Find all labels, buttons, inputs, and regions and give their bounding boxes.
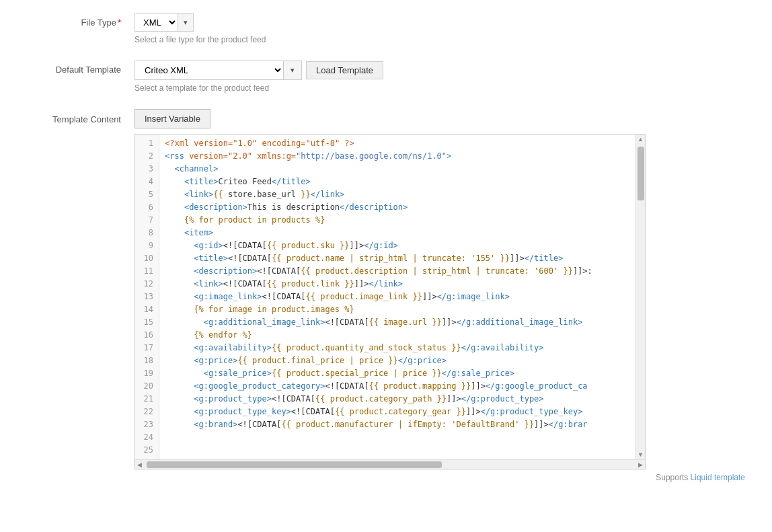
code-line-4: <title>Criteo Feed</title> xyxy=(165,176,630,188)
template-content-row: Template Content Insert Variable 12345 6… xyxy=(27,109,745,482)
code-line-2: <rss version="2.0" xmlns:g="http://base.… xyxy=(165,150,630,163)
scroll-down-arrow[interactable]: ▼ xyxy=(636,450,645,459)
vertical-scrollbar[interactable]: ▲ ▼ xyxy=(635,135,645,459)
h-scroll-track[interactable] xyxy=(144,461,636,468)
code-line-7: {% for product in products %} xyxy=(165,214,630,227)
line-numbers: 12345 678910 1112131415 1617181920 21222… xyxy=(135,135,159,459)
default-template-row: Default Template Criteo XML ▾ Load Templ… xyxy=(27,61,745,93)
code-line-6: <description>This is description</descri… xyxy=(165,201,630,214)
default-template-label-text: Default Template xyxy=(56,65,121,75)
supports-liquid-text: Supports Liquid template xyxy=(134,473,745,482)
code-line-3: <channel> xyxy=(165,163,630,176)
template-select-wrapper: Criteo XML ▾ xyxy=(134,61,302,80)
load-template-button[interactable]: Load Template xyxy=(306,61,383,79)
template-dropdown-btn[interactable]: ▾ xyxy=(283,61,301,79)
code-line-18: <g:price>{{ product.final_price | price … xyxy=(165,354,630,367)
insert-variable-button[interactable]: Insert Variable xyxy=(134,109,210,128)
template-content-label-text: Template Content xyxy=(52,114,121,124)
code-line-22: <g:product_type_key><![CDATA[{{ product.… xyxy=(165,406,630,418)
code-line-1: <?xml version="1.0" encoding="utf-8" ?> xyxy=(165,137,630,150)
code-line-23: <g:brand><![CDATA[{{ product.manufacture… xyxy=(165,418,630,431)
code-line-13: <g:image_link><![CDATA[{{ product.image_… xyxy=(165,291,630,303)
code-line-8: <item> xyxy=(165,227,630,239)
required-star: * xyxy=(118,17,121,28)
code-line-19: <g:sale_price>{{ product.special_price |… xyxy=(165,367,630,380)
file-type-select[interactable]: XML xyxy=(135,14,178,31)
code-line-17: <g:availability>{{ product.quantity_and_… xyxy=(165,342,630,354)
template-content-label: Template Content xyxy=(27,109,134,124)
code-line-9: <g:id><![CDATA[{{ product.sku }}]]></g:i… xyxy=(165,239,630,252)
template-content-area: Insert Variable 12345 678910 1112131415 … xyxy=(134,109,745,482)
file-type-hint: Select a file type for the product feed xyxy=(134,35,745,44)
default-template-hint: Select a template for the product feed xyxy=(134,83,745,93)
code-line-10: <title><![CDATA[{{ product.name | strip_… xyxy=(165,252,630,265)
default-template-label: Default Template xyxy=(27,61,134,75)
editor-body: 12345 678910 1112131415 1617181920 21222… xyxy=(135,135,645,459)
code-line-15: <g:additional_image_link><![CDATA[{{ ima… xyxy=(165,316,630,329)
code-editor-container: 12345 678910 1112131415 1617181920 21222… xyxy=(134,134,646,469)
code-line-5: <link>{{ store.base_url }}</link> xyxy=(165,188,630,201)
file-type-row: File Type* XML ▾ Select a file type for … xyxy=(27,13,745,44)
code-line-25 xyxy=(165,444,630,457)
liquid-template-link[interactable]: Liquid template xyxy=(691,473,745,482)
code-line-16: {% endfor %} xyxy=(165,329,630,342)
default-template-content: Criteo XML ▾ Load Template Select a temp… xyxy=(134,61,745,93)
scroll-up-arrow[interactable]: ▲ xyxy=(636,135,645,144)
code-line-14: {% for image in product.images %} xyxy=(165,303,630,316)
code-line-24 xyxy=(165,431,630,444)
file-type-content: XML ▾ Select a file type for the product… xyxy=(134,13,745,44)
file-type-dropdown-btn[interactable]: ▾ xyxy=(178,14,193,31)
scroll-right-arrow[interactable]: ▶ xyxy=(636,461,645,468)
h-scroll-thumb[interactable] xyxy=(147,461,442,468)
file-type-select-wrapper: XML ▾ xyxy=(134,13,194,32)
code-line-11: <description><![CDATA[{{ product.descrip… xyxy=(165,265,630,278)
code-line-21: <g:product_type><![CDATA[{{ product.cate… xyxy=(165,393,630,406)
code-editor[interactable]: 12345 678910 1112131415 1617181920 21222… xyxy=(135,135,635,459)
code-content[interactable]: <?xml version="1.0" encoding="utf-8" ?> … xyxy=(159,135,635,459)
code-line-12: <link><![CDATA[{{ product.link }}]]></li… xyxy=(165,278,630,291)
scroll-left-arrow[interactable]: ◀ xyxy=(135,461,144,468)
template-select[interactable]: Criteo XML xyxy=(135,61,283,79)
horizontal-scrollbar[interactable]: ◀ ▶ xyxy=(135,459,645,469)
file-type-label-text: File Type xyxy=(81,17,116,28)
file-type-label: File Type* xyxy=(27,13,134,28)
code-line-20: <g:google_product_category><![CDATA[{{ p… xyxy=(165,380,630,393)
scrollbar-thumb[interactable] xyxy=(638,147,644,200)
page-container: File Type* XML ▾ Select a file type for … xyxy=(0,0,772,512)
